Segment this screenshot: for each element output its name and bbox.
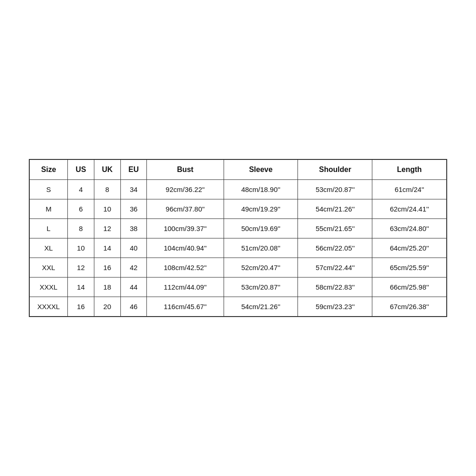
cell-length-6: 67cm/26.38'' <box>372 297 447 317</box>
size-chart-table: Size US UK EU Bust Sleeve Shoulder Lengt… <box>29 159 447 317</box>
cell-length-5: 66cm/25.98'' <box>372 278 447 297</box>
cell-size-1: M <box>29 199 68 219</box>
table-row: M6103696cm/37.80''49cm/19.29''54cm/21.26… <box>29 199 447 219</box>
table-row: S483492cm/36.22''48cm/18.90''53cm/20.87'… <box>29 180 447 199</box>
cell-uk-3: 14 <box>94 238 120 258</box>
cell-length-3: 64cm/25.20'' <box>372 238 447 258</box>
cell-eu-6: 46 <box>120 297 147 317</box>
header-size: Size <box>29 159 68 180</box>
cell-shoulder-4: 57cm/22.44'' <box>298 258 372 278</box>
cell-uk-6: 20 <box>94 297 120 317</box>
cell-bust-4: 108cm/42.52'' <box>147 258 224 278</box>
cell-us-3: 10 <box>68 238 94 258</box>
cell-bust-0: 92cm/36.22'' <box>147 180 224 199</box>
cell-us-4: 12 <box>68 258 94 278</box>
cell-us-2: 8 <box>68 219 94 238</box>
cell-shoulder-2: 55cm/21.65'' <box>298 219 372 238</box>
cell-size-3: XL <box>29 238 68 258</box>
cell-us-6: 16 <box>68 297 94 317</box>
cell-eu-5: 44 <box>120 278 147 297</box>
cell-shoulder-5: 58cm/22.83'' <box>298 278 372 297</box>
cell-uk-1: 10 <box>94 199 120 219</box>
cell-uk-0: 8 <box>94 180 120 199</box>
header-shoulder: Shoulder <box>298 159 372 180</box>
header-uk: UK <box>94 159 120 180</box>
table-row: L81238100cm/39.37''50cm/19.69''55cm/21.6… <box>29 219 447 238</box>
header-us: US <box>68 159 94 180</box>
cell-length-2: 63cm/24.80'' <box>372 219 447 238</box>
cell-uk-5: 18 <box>94 278 120 297</box>
cell-sleeve-6: 54cm/21.26'' <box>224 297 298 317</box>
cell-eu-3: 40 <box>120 238 147 258</box>
cell-bust-6: 116cm/45.67'' <box>147 297 224 317</box>
cell-us-5: 14 <box>68 278 94 297</box>
table-row: XXXXL162046116cm/45.67''54cm/21.26''59cm… <box>29 297 447 317</box>
cell-sleeve-3: 51cm/20.08'' <box>224 238 298 258</box>
cell-eu-0: 34 <box>120 180 147 199</box>
cell-uk-2: 12 <box>94 219 120 238</box>
header-sleeve: Sleeve <box>224 159 298 180</box>
cell-eu-4: 42 <box>120 258 147 278</box>
cell-size-6: XXXXL <box>29 297 68 317</box>
cell-shoulder-1: 54cm/21.26'' <box>298 199 372 219</box>
cell-length-4: 65cm/25.59'' <box>372 258 447 278</box>
cell-size-0: S <box>29 180 68 199</box>
size-chart-container: Size US UK EU Bust Sleeve Shoulder Lengt… <box>29 159 447 317</box>
cell-eu-1: 36 <box>120 199 147 219</box>
cell-size-4: XXL <box>29 258 68 278</box>
table-row: XXXL141844112cm/44.09''53cm/20.87''58cm/… <box>29 278 447 297</box>
cell-shoulder-3: 56cm/22.05'' <box>298 238 372 258</box>
table-row: XL101440104cm/40.94''51cm/20.08''56cm/22… <box>29 238 447 258</box>
cell-sleeve-0: 48cm/18.90'' <box>224 180 298 199</box>
header-bust: Bust <box>147 159 224 180</box>
table-header-row: Size US UK EU Bust Sleeve Shoulder Lengt… <box>29 159 447 180</box>
cell-bust-3: 104cm/40.94'' <box>147 238 224 258</box>
cell-sleeve-2: 50cm/19.69'' <box>224 219 298 238</box>
cell-bust-2: 100cm/39.37'' <box>147 219 224 238</box>
header-eu: EU <box>120 159 147 180</box>
table-row: XXL121642108cm/42.52''52cm/20.47''57cm/2… <box>29 258 447 278</box>
cell-sleeve-5: 53cm/20.87'' <box>224 278 298 297</box>
cell-size-5: XXXL <box>29 278 68 297</box>
cell-shoulder-6: 59cm/23.23'' <box>298 297 372 317</box>
cell-length-1: 62cm/24.41'' <box>372 199 447 219</box>
header-length: Length <box>372 159 447 180</box>
cell-uk-4: 16 <box>94 258 120 278</box>
cell-us-1: 6 <box>68 199 94 219</box>
cell-bust-1: 96cm/37.80'' <box>147 199 224 219</box>
cell-us-0: 4 <box>68 180 94 199</box>
cell-eu-2: 38 <box>120 219 147 238</box>
cell-sleeve-4: 52cm/20.47'' <box>224 258 298 278</box>
cell-length-0: 61cm/24'' <box>372 180 447 199</box>
cell-bust-5: 112cm/44.09'' <box>147 278 224 297</box>
cell-size-2: L <box>29 219 68 238</box>
cell-shoulder-0: 53cm/20.87'' <box>298 180 372 199</box>
cell-sleeve-1: 49cm/19.29'' <box>224 199 298 219</box>
